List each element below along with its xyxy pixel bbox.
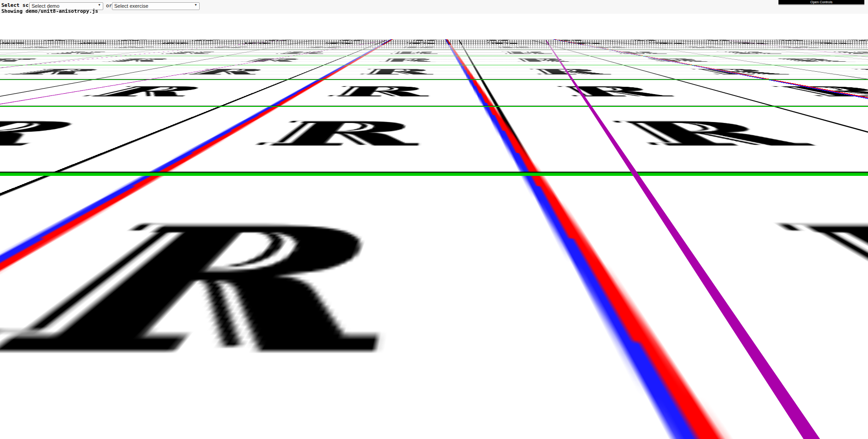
tile-letter: RRR bbox=[503, 51, 554, 54]
tile-letter-face: R bbox=[335, 40, 369, 41]
tile-letter: RRR bbox=[841, 40, 868, 41]
tile-letter: RRR bbox=[74, 85, 219, 99]
tile-letter-face: R bbox=[103, 46, 164, 48]
tile-letter: RRR bbox=[335, 40, 369, 41]
tile-letter: RRR bbox=[614, 118, 833, 152]
tile-letter-face: R bbox=[649, 42, 697, 44]
tile-letter-face: R bbox=[320, 42, 360, 44]
tile-letter-face: R bbox=[484, 40, 516, 41]
grid-column-line bbox=[0, 14, 752, 40]
grid-column-line bbox=[0, 14, 825, 40]
tile-letter: RRR bbox=[649, 42, 697, 44]
red-blue-axis-band bbox=[391, 14, 604, 39]
toolbar: Select script: Select demo ▼ or Select e… bbox=[0, 0, 868, 14]
magenta-diagonal-line bbox=[471, 14, 546, 40]
floor-tile: RRR bbox=[460, 42, 550, 45]
red-blue-axis-band bbox=[0, 14, 555, 39]
grid-column-line bbox=[166, 14, 868, 40]
tile-letter: RRR bbox=[320, 42, 360, 44]
tile-letter: RRR bbox=[488, 42, 525, 44]
grid-column-line bbox=[239, 14, 868, 40]
magenta-diagonal-line bbox=[0, 14, 729, 40]
tile-letter-face: R bbox=[392, 51, 438, 54]
red-blue-axis-band bbox=[366, 14, 447, 39]
tile-letter-face: R bbox=[148, 42, 199, 44]
grid-column-line bbox=[0, 14, 868, 40]
tile-letter-face: R bbox=[841, 40, 868, 41]
textured-floor-plane: RRRRRRRRRRRRRRRRRRRRRRRRRRRRRRRRRRRRRRRR… bbox=[0, 14, 868, 40]
tile-letter: RRR bbox=[810, 42, 868, 44]
tile-letter-face: R bbox=[810, 42, 868, 44]
tile-letter: RRR bbox=[252, 118, 423, 152]
tile-letter: RRR bbox=[484, 40, 516, 41]
tile-letter-face: R bbox=[0, 118, 109, 152]
magenta-diagonal-line bbox=[284, 14, 868, 40]
tile-letter: RRR bbox=[392, 51, 438, 54]
tile-letter: RRR bbox=[678, 46, 735, 48]
tile-letter: RRR bbox=[773, 214, 868, 399]
tile-letter-face: R bbox=[531, 68, 614, 75]
tile-letter: RRR bbox=[849, 68, 868, 75]
tile-letter-face: R bbox=[488, 42, 525, 44]
grid-column-line bbox=[93, 14, 868, 40]
tile-letter: RRR bbox=[716, 51, 787, 54]
tile-letter: RRR bbox=[0, 214, 402, 399]
tile-letter: RRR bbox=[495, 46, 537, 48]
tile-letter: RRR bbox=[0, 68, 116, 75]
tile-letter: RRR bbox=[861, 46, 868, 48]
grid-column-line bbox=[312, 14, 868, 40]
tile-letter-face: R bbox=[773, 214, 868, 399]
grid-column-line bbox=[0, 14, 868, 40]
tile-letter: RRR bbox=[361, 68, 434, 75]
tile-letter: RRR bbox=[0, 118, 109, 152]
tile-letter: RRR bbox=[42, 51, 117, 54]
grid-column-line bbox=[0, 14, 533, 40]
webgl-canvas[interactable]: RRRRRRRRRRRRRRRRRRRRRRRRRRRRRRRRRRRRRRRR… bbox=[0, 14, 868, 439]
tile-letter-face: R bbox=[0, 214, 402, 399]
magenta-diagonal-line bbox=[0, 14, 868, 40]
exercise-select[interactable]: Select exercise bbox=[112, 2, 200, 10]
grid-column-line bbox=[0, 14, 868, 40]
tile-letter: RRR bbox=[410, 40, 440, 41]
tile-letter: RRR bbox=[158, 51, 224, 54]
tile-letter: RRR bbox=[514, 58, 577, 63]
grid-column-line bbox=[352, 14, 459, 40]
tile-letter: RRR bbox=[95, 58, 180, 63]
tile-letter-face: R bbox=[63, 42, 119, 44]
tile-letter: RRR bbox=[0, 58, 53, 63]
tile-letter: RRR bbox=[626, 40, 667, 41]
tile-letter-face: R bbox=[0, 58, 53, 63]
tile-letter: RRR bbox=[770, 85, 868, 99]
tile-letter: RRR bbox=[406, 42, 439, 44]
tile-letter-face: R bbox=[361, 68, 434, 75]
tile-letter-face: R bbox=[642, 58, 720, 63]
grid-column-line bbox=[386, 14, 843, 40]
tile-letter: RRR bbox=[769, 46, 833, 48]
tile-letter-face: R bbox=[252, 118, 423, 152]
grid-row-line-green bbox=[0, 56, 868, 56]
or-label: or bbox=[106, 3, 112, 9]
grid-column-line bbox=[0, 14, 679, 40]
tile-letter: RRR bbox=[769, 40, 818, 41]
tile-letter: RRR bbox=[63, 42, 119, 44]
tile-letter: RRR bbox=[32, 40, 83, 41]
exercise-select-wrapper: Select exercise ▼ bbox=[112, 1, 200, 9]
grid-row-line-green bbox=[0, 106, 868, 107]
grid-row-line-green bbox=[0, 79, 868, 80]
tile-letter: RRR bbox=[103, 46, 164, 48]
grid-row-line-green bbox=[0, 65, 868, 65]
tile-letter-face: R bbox=[495, 46, 537, 48]
magenta-diagonal-line bbox=[386, 14, 868, 40]
tile-letter-face: R bbox=[158, 51, 224, 54]
tile-letter-face: R bbox=[503, 51, 554, 54]
grid-column-line bbox=[0, 14, 606, 40]
tile-letter-face: R bbox=[5, 46, 73, 48]
tile-letter: RRR bbox=[108, 40, 155, 41]
showing-script-status: Showing demo/unit8-anisotropy.js bbox=[1, 8, 98, 14]
tile-letter: RRR bbox=[531, 68, 614, 75]
open-controls-button[interactable]: Open Controls bbox=[778, 0, 864, 5]
tile-letter: RRR bbox=[328, 85, 430, 99]
grid-column-line bbox=[0, 14, 868, 40]
tile-letter-face: R bbox=[380, 58, 436, 63]
tile-letter: RRR bbox=[183, 40, 226, 41]
